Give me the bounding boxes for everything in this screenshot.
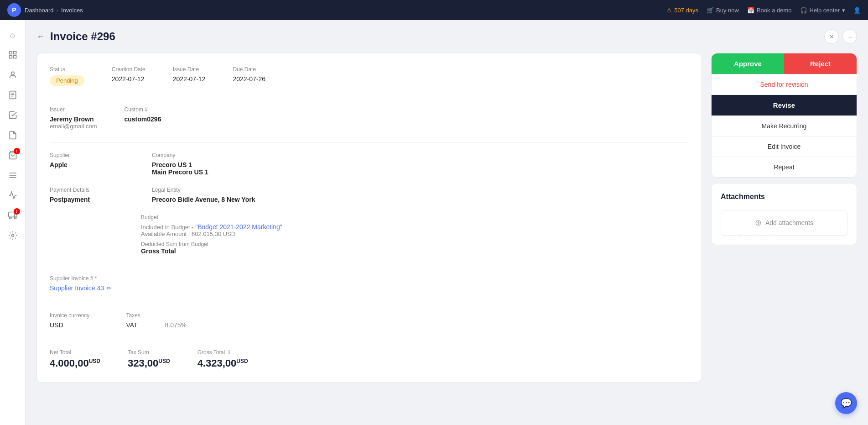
warning-days[interactable]: ⚠ 507 days — [666, 7, 698, 14]
chat-button[interactable]: 💬 — [835, 392, 857, 414]
sidebar-item-analytics[interactable] — [4, 186, 22, 205]
sidebar-item-orders[interactable]: ! — [4, 146, 22, 164]
svg-rect-2 — [9, 56, 12, 58]
topnav: P Dashboard › Invoices ⚠ 507 days 🛒 Buy … — [0, 0, 868, 20]
attachments-card: Attachments ⊕ Add attachments — [711, 183, 857, 245]
sidebar-item-home[interactable]: ⌂ — [4, 26, 22, 44]
status-label: Status — [50, 66, 84, 73]
budget-label: Budget — [141, 214, 689, 220]
budget-link[interactable]: "Budget 2021-2022 Marketing" — [195, 223, 282, 231]
svg-rect-1 — [13, 52, 16, 54]
payment-value: Postpayment — [50, 196, 141, 203]
gross-total-label: Gross Total ℹ — [198, 349, 248, 356]
page-header: ← Invoice #296 ✕ → — [36, 29, 857, 44]
cart-icon: 🛒 — [707, 7, 714, 14]
reject-button[interactable]: Reject — [784, 53, 857, 74]
back-button[interactable]: ← — [36, 32, 45, 42]
creation-date-section: Creation Date 2022-07-12 — [112, 66, 146, 86]
revise-button[interactable]: Revise — [712, 94, 857, 115]
sidebar-item-dashboard[interactable] — [4, 46, 22, 64]
issue-date-section: Issue Date 2022-07-12 — [173, 66, 206, 86]
company-label: Company — [152, 152, 689, 158]
issue-date-value: 2022-07-12 — [173, 75, 206, 83]
issuer-label: Issuer — [50, 106, 97, 113]
main-layout: ⌂ ! ! — [0, 20, 868, 425]
due-date-value: 2022-07-26 — [233, 75, 265, 83]
user-menu-btn[interactable]: 👤 — [853, 7, 861, 14]
forward-button[interactable]: → — [842, 29, 857, 44]
status-section: Status Pending — [50, 66, 84, 86]
app-logo[interactable]: P — [7, 3, 21, 17]
legal-value: Precoro Bidle Avenue, 8 New York — [152, 196, 689, 203]
send-for-revision-button[interactable]: Send for revision — [712, 74, 857, 94]
edit-icon: ✏ — [107, 285, 112, 292]
page-title: Invoice #296 — [50, 30, 115, 43]
creation-date-label: Creation Date — [112, 66, 146, 73]
net-total-label: Net Total — [50, 349, 100, 356]
budget-text: Included in Budget - — [141, 224, 195, 231]
sidebar-item-invoices[interactable] — [4, 86, 22, 104]
sidebar-item-settings[interactable] — [4, 226, 22, 245]
currency-label: Invoice currency — [50, 312, 89, 319]
custom-section: Custom # custom0296 — [125, 106, 161, 130]
warning-icon: ⚠ — [666, 7, 672, 14]
attachments-title: Attachments — [721, 193, 847, 201]
tax-sum-value: 323,00USD — [128, 357, 170, 369]
make-recurring-button[interactable]: Make Recurring — [712, 115, 857, 136]
approve-button[interactable]: Approve — [712, 53, 784, 74]
close-button[interactable]: ✕ — [824, 29, 839, 44]
svg-rect-13 — [8, 212, 14, 217]
user-icon: 👤 — [853, 7, 861, 14]
supplier-invoice-link[interactable]: Supplier Invoice 43 ✏ — [50, 284, 689, 292]
tax-rate: 8.075% — [165, 321, 187, 329]
action-buttons: Approve Reject Send for revision Revise … — [711, 53, 857, 178]
tax-row: VAT 8.075% — [126, 321, 187, 329]
book-demo-btn[interactable]: 📅 Book a demo — [747, 7, 792, 14]
buy-now-btn[interactable]: 🛒 Buy now — [707, 7, 739, 14]
breadcrumb-invoices[interactable]: Invoices — [61, 7, 83, 14]
invoice-layout: Status Pending Creation Date 2022-07-12 … — [36, 53, 857, 383]
supplier-invoice-section: Supplier Invoice # * Supplier Invoice 43… — [50, 275, 689, 292]
sidebar-item-vehicles[interactable]: ! — [4, 206, 22, 225]
custom-label: Custom # — [125, 106, 161, 113]
custom-value: custom0296 — [125, 115, 161, 123]
currency-value: USD — [50, 321, 89, 329]
net-total-item: Net Total 4.000,00USD — [50, 349, 100, 369]
due-date-label: Due Date — [233, 66, 265, 73]
tax-sum-label: Tax Sum — [128, 349, 170, 356]
breadcrumb-dashboard[interactable]: Dashboard — [25, 7, 54, 14]
supplier-section: Supplier Apple — [50, 152, 141, 176]
chat-icon: 💬 — [841, 398, 852, 409]
supplier-label: Supplier — [50, 152, 141, 158]
supplier-invoice-label: Supplier Invoice # * — [50, 275, 689, 282]
sidebar-item-contacts[interactable] — [4, 66, 22, 84]
issue-date-label: Issue Date — [173, 66, 206, 73]
issuer-email: email@gmail.com — [50, 123, 97, 130]
available-amount: Available Amount : 602.015,30 USD — [141, 231, 689, 237]
currency-section: Invoice currency USD — [50, 312, 89, 329]
help-icon: 🎧 — [800, 7, 807, 14]
svg-rect-0 — [9, 52, 12, 54]
gross-total-value: 4.323,00USD — [198, 357, 248, 369]
help-center-btn[interactable]: 🎧 Help center ▾ — [800, 7, 845, 14]
breadcrumb: Dashboard › Invoices — [25, 7, 83, 14]
company-name: Precoro US 1 — [152, 161, 689, 168]
plus-icon: ⊕ — [755, 218, 762, 228]
invoice-card: Status Pending Creation Date 2022-07-12 … — [36, 53, 702, 383]
edit-invoice-button[interactable]: Edit Invoice — [712, 136, 857, 157]
page-header-left: ← Invoice #296 — [36, 30, 115, 43]
add-attachment-button[interactable]: ⊕ Add attachments — [721, 210, 847, 236]
status-badge: Pending — [50, 75, 84, 86]
totals-row: Net Total 4.000,00USD Tax Sum 323,00USD — [50, 349, 689, 369]
sidebar-item-catalog[interactable] — [4, 166, 22, 184]
taxes-section: Taxes VAT 8.075% — [126, 312, 187, 329]
budget-section: Budget Included in Budget - "Budget 2021… — [141, 214, 689, 255]
calendar-icon: 📅 — [747, 7, 754, 14]
supplier-value: Apple — [50, 161, 141, 168]
topnav-right: ⚠ 507 days 🛒 Buy now 📅 Book a demo 🎧 Hel… — [666, 7, 861, 14]
gross-total-item: Gross Total ℹ 4.323,00USD — [198, 349, 248, 369]
taxes-label: Taxes — [126, 312, 187, 319]
repeat-button[interactable]: Repeat — [712, 157, 857, 177]
sidebar-item-tasks[interactable] — [4, 106, 22, 124]
sidebar-item-reports[interactable] — [4, 126, 22, 144]
